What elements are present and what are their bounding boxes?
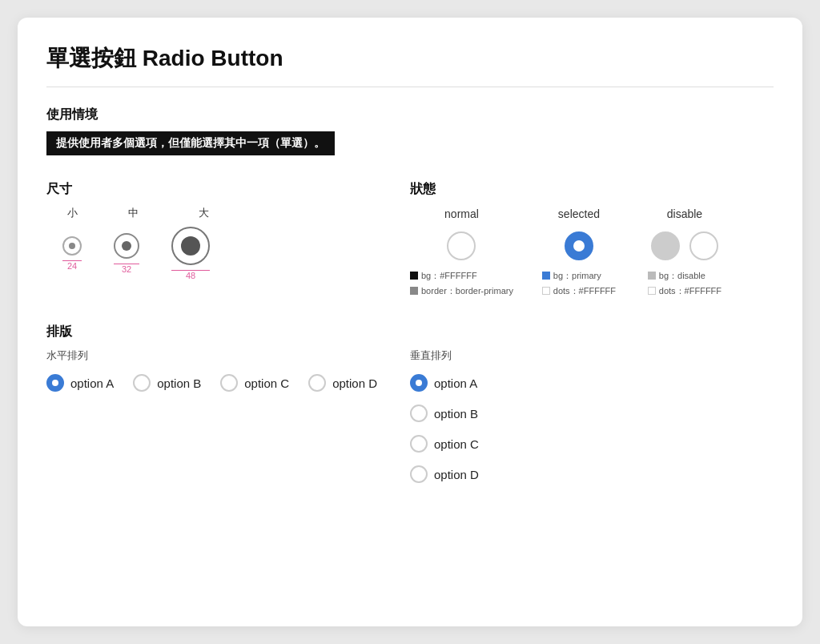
radio-disable-empty (689, 231, 718, 260)
size-label-small: 小 (62, 206, 82, 220)
v-option-c-label: option C (434, 437, 479, 451)
radio-h-d-normal (308, 374, 326, 392)
size-item-medium: 32 (114, 233, 139, 274)
radio-small[interactable] (62, 236, 82, 256)
v-option-a-label: option A (434, 376, 477, 390)
state-selected-info: bg：primary dots：#FFFFFF (542, 268, 616, 298)
state-normal-info-bg: bg：#FFFFFF (421, 268, 477, 284)
layout-horizontal: 水平排列 option A option B option C (46, 348, 410, 483)
vertical-label: 垂直排列 (410, 348, 774, 363)
radio-state-normal[interactable] (447, 231, 476, 260)
radio-h-b-normal (133, 374, 151, 392)
size-item-large: 48 (171, 227, 210, 280)
state-selected-info-dots: dots：#FFFFFF (553, 284, 616, 299)
state-normal-info: bg：#FFFFFF border：border-primary (410, 268, 513, 298)
swatch-selected-dots (542, 287, 550, 295)
h-option-c-label: option C (244, 376, 289, 390)
page-title: 單選按鈕 Radio Button (46, 43, 774, 74)
radio-medium[interactable] (114, 233, 139, 259)
usage-description: 提供使用者多個選項，但僅能選擇其中一項（單選）。 (46, 131, 335, 155)
radio-h-a-selected (46, 374, 64, 392)
v-option-b[interactable]: option B (410, 405, 774, 422)
v-option-d-label: option D (434, 468, 479, 481)
radio-large[interactable] (171, 227, 210, 265)
h-option-d[interactable]: option D (308, 374, 377, 392)
swatch-disable-dots (648, 287, 656, 295)
h-option-a-label: option A (70, 376, 114, 390)
h-option-b-label: option B (157, 376, 201, 390)
layout-vertical: 垂直排列 option A option B option C (410, 348, 774, 483)
state-items: normal bg：#FFFFFF border：border-primary (410, 207, 774, 298)
radio-v-c-normal (410, 435, 428, 453)
state-disable-info-bg: bg：disable (659, 268, 705, 284)
h-option-c[interactable]: option C (220, 374, 289, 392)
size-state-section: 尺寸 小 中 大 24 (46, 181, 774, 298)
radio-h-c-normal (220, 374, 238, 392)
layout-title: 排版 (46, 324, 774, 340)
state-disable-info: bg：disable dots：#FFFFFF (648, 268, 722, 298)
v-option-a[interactable]: option A (410, 374, 774, 392)
swatch-disable-bg (648, 272, 656, 280)
v-option-d[interactable]: option D (410, 465, 774, 483)
layout-two-col: 水平排列 option A option B option C (46, 348, 774, 483)
main-card: 單選按鈕 Radio Button 使用情境 提供使用者多個選項，但僅能選擇其中… (18, 18, 802, 626)
size-dim-medium: 32 (122, 264, 131, 274)
size-section: 尺寸 小 中 大 24 (46, 181, 410, 298)
state-disable-label: disable (667, 207, 702, 220)
horizontal-label: 水平排列 (46, 348, 410, 363)
h-option-b[interactable]: option B (133, 374, 201, 392)
size-dim-small: 24 (67, 261, 77, 271)
v-option-b-label: option B (434, 407, 478, 421)
state-disable: disable bg：disable dots：#FFFFFF (645, 207, 725, 298)
horizontal-options: option A option B option C option D (46, 374, 410, 392)
state-section: 狀態 normal bg：#FFFFFF border：border-prima… (410, 181, 774, 298)
state-disable-radios (651, 231, 718, 260)
state-disable-info-dots: dots：#FFFFFF (659, 284, 722, 299)
size-label-large: 大 (184, 206, 223, 220)
size-dim-large: 48 (186, 271, 195, 280)
size-title: 尺寸 (46, 181, 410, 198)
h-option-d-label: option D (332, 376, 377, 390)
layout-section: 排版 水平排列 option A option B option C (46, 324, 774, 483)
radio-v-b-normal (410, 405, 428, 422)
state-normal-info-border: border：border-primary (421, 284, 513, 299)
radio-v-d-normal (410, 465, 428, 483)
usage-section-title: 使用情境 (46, 107, 774, 123)
state-title: 狀態 (410, 181, 774, 198)
v-option-c[interactable]: option C (410, 435, 774, 453)
state-selected: selected bg：primary dots：#FFFFFF (539, 207, 619, 298)
divider (46, 87, 774, 87)
radio-state-selected[interactable] (565, 231, 593, 260)
radio-v-a-selected (410, 374, 428, 392)
swatch-normal-bg (410, 272, 418, 280)
size-item-small: 24 (62, 236, 82, 271)
state-normal-label: normal (444, 207, 479, 220)
state-normal: normal bg：#FFFFFF border：border-primary (410, 207, 513, 298)
swatch-normal-border (410, 287, 418, 295)
size-label-medium: 中 (120, 206, 146, 220)
swatch-selected-bg (542, 272, 550, 280)
vertical-options: option A option B option C option D (410, 374, 774, 483)
radio-disable-filled (651, 231, 680, 260)
state-selected-info-bg: bg：primary (553, 268, 601, 284)
state-selected-label: selected (558, 207, 600, 220)
h-option-a[interactable]: option A (46, 374, 114, 392)
